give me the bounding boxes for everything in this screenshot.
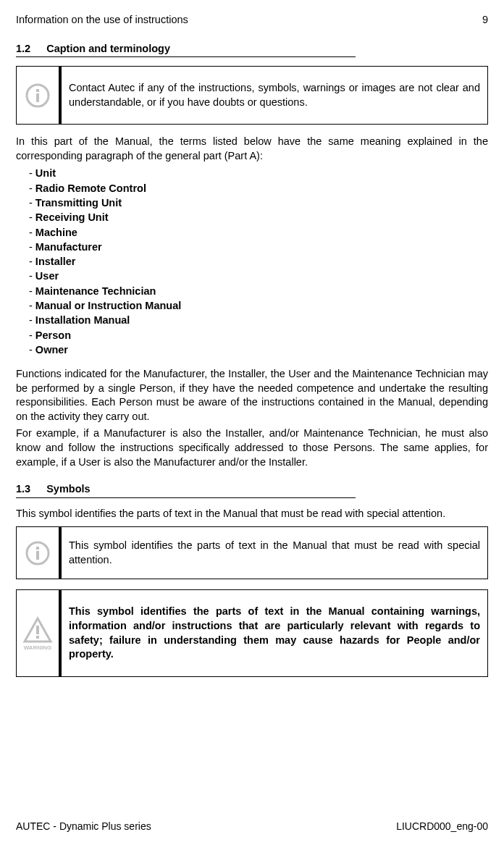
- list-item: Maintenance Technician: [29, 284, 488, 298]
- list-item: Manufacturer: [29, 240, 488, 254]
- list-item: Receiving Unit: [29, 210, 488, 224]
- section-heading-1-2: 1.2 Caption and terminology: [16, 42, 356, 58]
- info-box-text: This symbol identifies the parts of text…: [62, 527, 487, 579]
- header-title: Information on the use of instructions: [16, 13, 188, 28]
- footer-left: AUTEC - Dynamic Plus series: [16, 820, 151, 833]
- warning-icon: WARNING: [17, 590, 62, 676]
- list-item: Machine: [29, 225, 488, 240]
- svg-rect-2: [36, 93, 39, 102]
- section-title: Caption and terminology: [46, 42, 170, 56]
- svg-rect-7: [36, 626, 39, 634]
- footer-right: LIUCRD000_eng-00: [396, 820, 488, 833]
- list-item: Owner: [29, 342, 488, 357]
- list-item: Manual or Instruction Manual: [29, 298, 488, 313]
- info-box-1: Contact Autec if any of the instructions…: [16, 66, 488, 125]
- list-item: Installer: [29, 254, 488, 269]
- list-item: Person: [29, 328, 488, 342]
- section-title: Symbols: [46, 482, 90, 497]
- warning-box: WARNING This symbol identifies the parts…: [16, 589, 488, 676]
- info-box-2: This symbol identifies the parts of text…: [16, 526, 488, 579]
- page-number: 9: [482, 13, 488, 28]
- svg-text:WARNING: WARNING: [24, 644, 52, 651]
- svg-rect-4: [36, 547, 39, 550]
- section-num: 1.2: [16, 42, 30, 56]
- paragraph-example: For example, if a Manufacturer is also t…: [16, 426, 488, 469]
- info-icon: [17, 67, 62, 124]
- info-box-text: Contact Autec if any of the instructions…: [62, 67, 487, 124]
- info-icon: [17, 527, 62, 579]
- paragraph-intro-terms: In this part of the Manual, the terms li…: [16, 135, 488, 163]
- list-item: User: [29, 269, 488, 283]
- svg-rect-1: [36, 89, 39, 92]
- list-item: Installation Manual: [29, 313, 488, 327]
- section-num: 1.3: [16, 482, 30, 497]
- paragraph-symbol-intro: This symbol identifies the parts of text…: [16, 507, 488, 521]
- svg-rect-5: [36, 551, 39, 560]
- paragraph-functions: Functions indicated for the Manufacturer…: [16, 367, 488, 424]
- svg-rect-8: [36, 636, 39, 639]
- list-item: Transmitting Unit: [29, 196, 488, 210]
- warning-box-text: This symbol identifies the parts of text…: [62, 590, 487, 676]
- list-item: Unit: [29, 166, 488, 180]
- list-item: Radio Remote Control: [29, 181, 488, 196]
- terms-list: Unit Radio Remote Control Transmitting U…: [16, 166, 488, 357]
- section-heading-1-3: 1.3 Symbols: [16, 482, 356, 498]
